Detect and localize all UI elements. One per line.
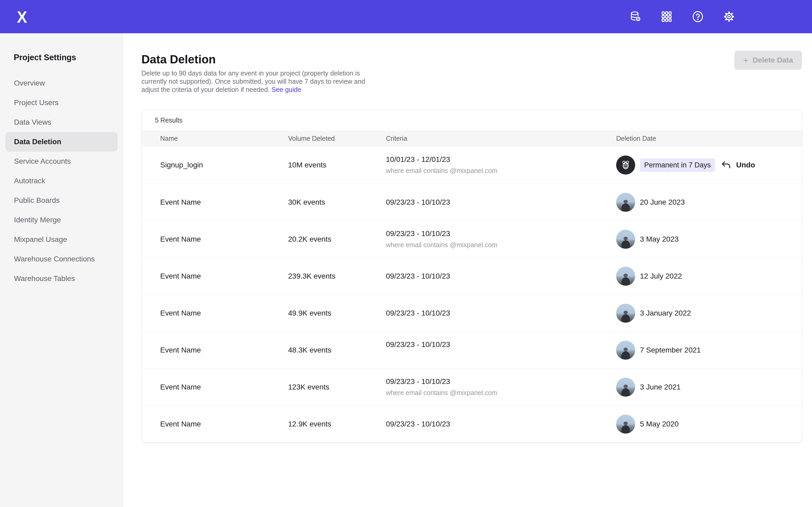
row-criteria: 09/23/23 - 10/10/23 where email contains… <box>386 377 616 397</box>
table-row: Event Name 30K events 09/23/23 - 10/10/2… <box>142 183 802 221</box>
table-row: Event Name 20.2K events 09/23/23 - 10/10… <box>142 221 802 258</box>
sidebar-item-data-views[interactable]: Data Views <box>5 112 118 132</box>
table-row: Signup_login 10M events 10/01/23 - 12/01… <box>142 147 802 183</box>
sidebar-item-identity-merge[interactable]: Identity Merge <box>5 210 118 230</box>
user-avatar <box>616 267 635 286</box>
column-header-volume: Volume Deleted <box>288 135 386 142</box>
row-criteria: 09/23/23 - 10/10/23 where email contains… <box>386 229 616 249</box>
table-row: Event Name 123K events 09/23/23 - 10/10/… <box>142 369 802 405</box>
mixpanel-x-icon: X <box>17 7 27 26</box>
settings-gear-icon[interactable] <box>723 10 735 23</box>
sidebar-item-autotrack[interactable]: Autotrack <box>5 171 118 191</box>
sidebar-item-mixpanel-usage[interactable]: Mixpanel Usage <box>5 230 118 249</box>
settings-sidebar: Project Settings Overview Project Users … <box>0 33 123 507</box>
row-deletion-date: 7 September 2021 <box>616 341 721 360</box>
results-count: 5 Results <box>142 110 802 130</box>
table-row: Event Name 48.3K events 09/23/23 - 10/10… <box>142 331 802 369</box>
table-row: Event Name 239.3K events 09/23/23 - 10/1… <box>142 258 802 294</box>
row-name: Event Name <box>160 198 288 207</box>
row-volume: 239.3K events <box>288 272 386 280</box>
delete-data-button[interactable]: + Delete Data <box>734 51 802 70</box>
topbar-icon-group <box>629 0 735 33</box>
row-volume: 12.9K events <box>288 420 386 428</box>
row-criteria: 09/23/23 - 10/10/23 <box>386 309 616 318</box>
page-title: Data Deletion <box>141 53 216 66</box>
column-header-deletion-date: Deletion Date <box>616 135 721 142</box>
page-description: Delete up to 90 days data for any event … <box>141 69 374 94</box>
row-deletion-date: 5 May 2020 <box>616 414 721 434</box>
row-volume: 20.2K events <box>288 235 386 243</box>
sidebar-item-data-deletion[interactable]: Data Deletion <box>5 132 118 152</box>
user-avatar <box>616 378 635 397</box>
help-icon[interactable] <box>692 10 704 23</box>
row-name: Event Name <box>160 346 288 354</box>
row-volume: 123K events <box>288 383 386 391</box>
row-name: Signup_login <box>160 161 288 169</box>
column-header-criteria: Criteria <box>386 135 616 142</box>
user-avatar <box>616 230 635 249</box>
main-content: Data Deletion Delete up to 90 days data … <box>123 33 812 507</box>
permanent-status-badge: Permanent in 7 Days <box>640 158 715 172</box>
data-management-icon[interactable] <box>629 10 642 23</box>
mixpanel-logo[interactable]: X <box>17 0 27 33</box>
user-avatar <box>616 414 635 434</box>
column-header-name: Name <box>160 135 288 142</box>
row-volume: 48.3K events <box>288 346 386 354</box>
row-volume: 49.9K events <box>288 309 386 318</box>
row-name: Event Name <box>160 272 288 280</box>
row-volume: 30K events <box>288 198 386 207</box>
user-avatar <box>616 341 635 360</box>
sidebar-item-overview[interactable]: Overview <box>5 73 118 93</box>
sidebar-item-warehouse-tables[interactable]: Warehouse Tables <box>5 269 118 288</box>
sidebar-title: Project Settings <box>14 53 123 62</box>
plus-icon: + <box>743 56 749 65</box>
row-criteria: 09/23/23 - 10/10/23 <box>386 272 616 280</box>
see-guide-link[interactable]: See guide <box>271 86 301 93</box>
sidebar-item-service-accounts[interactable]: Service Accounts <box>5 152 118 171</box>
sidebar-item-project-users[interactable]: Project Users <box>5 93 118 112</box>
user-avatar <box>616 156 635 175</box>
table-header-row: Name Volume Deleted Criteria Deletion Da… <box>142 130 802 147</box>
row-deletion-date: Permanent in 7 Days <box>616 156 721 175</box>
row-criteria: 09/23/23 - 10/10/23 <box>386 340 616 360</box>
row-deletion-date: 12 July 2022 <box>616 267 721 286</box>
apps-grid-icon[interactable] <box>660 10 673 23</box>
undo-label: Undo <box>736 161 755 169</box>
row-criteria: 09/23/23 - 10/10/23 <box>386 198 616 207</box>
row-name: Event Name <box>160 235 288 243</box>
user-avatar <box>616 193 635 212</box>
row-name: Event Name <box>160 309 288 318</box>
deletion-table-card: 5 Results Name Volume Deleted Criteria D… <box>141 110 802 443</box>
table-row: Event Name 12.9K events 09/23/23 - 10/10… <box>142 405 802 442</box>
row-volume: 10M events <box>288 161 386 169</box>
row-deletion-date: 20 June 2023 <box>616 193 721 212</box>
row-deletion-date: 3 May 2023 <box>616 230 721 249</box>
row-name: Event Name <box>160 383 288 391</box>
top-navigation-bar: X <box>0 0 812 33</box>
undo-button[interactable]: Undo <box>721 160 794 170</box>
sidebar-items: Overview Project Users Data Views Data D… <box>0 73 123 288</box>
page-description-text: Delete up to 90 days data for any event … <box>141 69 365 93</box>
table-row: Event Name 49.9K events 09/23/23 - 10/10… <box>142 294 802 331</box>
row-criteria: 10/01/23 - 12/01/23 where email contains… <box>386 155 616 175</box>
row-name: Event Name <box>160 420 288 428</box>
row-deletion-date: 3 January 2022 <box>616 304 721 323</box>
sidebar-item-warehouse-connections[interactable]: Warehouse Connections <box>5 249 118 269</box>
delete-data-button-label: Delete Data <box>753 56 793 64</box>
user-avatar <box>616 304 635 323</box>
row-criteria: 09/23/23 - 10/10/23 <box>386 420 616 428</box>
undo-icon <box>721 160 731 170</box>
row-deletion-date: 3 June 2021 <box>616 378 721 397</box>
sidebar-item-public-boards[interactable]: Public Boards <box>5 191 118 210</box>
